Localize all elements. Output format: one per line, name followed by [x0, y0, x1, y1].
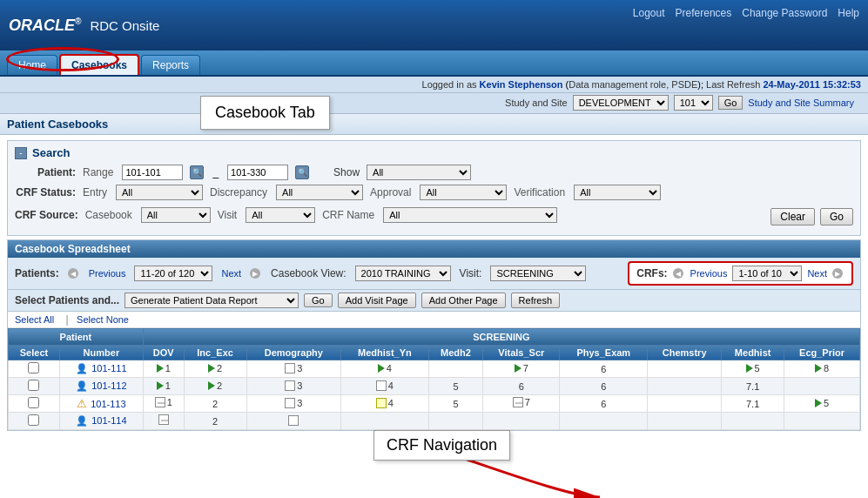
add-visit-page-button[interactable]: Add Visit Page: [338, 293, 416, 308]
help-link[interactable]: Help: [838, 7, 859, 19]
data-cell[interactable]: 6: [560, 360, 648, 378]
data-cell[interactable]: 5: [428, 395, 482, 413]
data-cell[interactable]: 2: [184, 360, 246, 378]
data-cell[interactable]: 7: [483, 360, 560, 378]
data-cell[interactable]: 5: [722, 360, 784, 378]
data-cell[interactable]: 4: [341, 378, 429, 395]
navbar: Home Casebooks Reports Casebook Tab: [0, 50, 868, 77]
data-cell[interactable]: 3: [246, 378, 341, 395]
tab-casebooks[interactable]: Casebooks: [59, 54, 139, 75]
patient-number-link[interactable]: 101-113: [91, 399, 125, 409]
site-select[interactable]: 101: [674, 95, 713, 111]
data-cell[interactable]: [341, 413, 429, 430]
visit-view-label: Visit:: [460, 267, 482, 279]
search-from-icon[interactable]: 🔍: [190, 165, 204, 179]
site-go-button[interactable]: Go: [718, 96, 744, 110]
data-cell[interactable]: [560, 413, 648, 430]
data-cell[interactable]: 5: [428, 378, 482, 395]
casebook-tab-tooltip: Casebook Tab: [200, 96, 330, 130]
data-cell[interactable]: [648, 413, 722, 430]
change-password-link[interactable]: Change Password: [742, 7, 827, 19]
data-cell[interactable]: 2: [184, 378, 246, 395]
action-go-button[interactable]: Go: [304, 293, 333, 307]
data-cell[interactable]: [648, 378, 722, 395]
row-checkbox[interactable]: [28, 380, 39, 391]
crf-next-button[interactable]: Next: [807, 268, 827, 279]
table-row: 👤101-114 2: [9, 413, 860, 430]
entry-select[interactable]: All: [116, 185, 203, 200]
data-cell[interactable]: 4: [341, 360, 429, 378]
casebook-select[interactable]: All: [141, 207, 211, 223]
data-cell[interactable]: 8: [784, 360, 860, 378]
data-cell[interactable]: 2: [184, 395, 246, 413]
data-cell[interactable]: [722, 413, 784, 430]
data-cell[interactable]: 2: [184, 413, 246, 430]
crf-name-select[interactable]: All: [383, 207, 557, 223]
data-cell[interactable]: [784, 378, 860, 395]
data-cell[interactable]: 3: [246, 360, 341, 378]
data-cell[interactable]: 6: [560, 395, 648, 413]
action-select[interactable]: Generate Patient Data Report: [124, 293, 299, 308]
patients-range-select[interactable]: 11-20 of 120: [134, 266, 212, 281]
verification-select[interactable]: All: [574, 185, 661, 200]
search-toggle-button[interactable]: -: [15, 147, 27, 159]
col-medhist-yn: Medhist_Yn: [341, 346, 429, 360]
data-cell[interactable]: [784, 413, 860, 430]
logout-link[interactable]: Logout: [633, 7, 665, 19]
visit-select[interactable]: All: [246, 207, 315, 223]
select-none-link[interactable]: Select None: [77, 314, 129, 325]
show-select[interactable]: All: [367, 165, 471, 180]
row-checkbox[interactable]: [28, 397, 39, 408]
range-label: Range: [83, 166, 113, 178]
visit-view-select[interactable]: SCREENING: [490, 266, 586, 281]
data-cell[interactable]: 7.1: [722, 378, 784, 395]
logo-area: ORACLE® RDC Onsite: [9, 17, 159, 35]
crf-range-select[interactable]: 1-10 of 10: [732, 266, 802, 281]
tab-home[interactable]: Home: [7, 55, 57, 75]
patient-range-to[interactable]: [227, 165, 288, 180]
patient-number-link[interactable]: 101-112: [91, 380, 126, 391]
data-cell[interactable]: [143, 413, 184, 430]
oracle-logo: ORACLE®: [9, 17, 81, 35]
data-cell[interactable]: 5: [784, 395, 860, 413]
casebook-view-select[interactable]: 2010 TRAINING: [355, 266, 451, 281]
preferences-link[interactable]: Preferences: [676, 7, 732, 19]
data-cell[interactable]: 1: [143, 378, 184, 395]
go-button[interactable]: Go: [820, 208, 853, 225]
clear-button[interactable]: Clear: [770, 208, 815, 225]
data-cell[interactable]: 7.1: [722, 395, 784, 413]
data-cell[interactable]: 7: [483, 395, 560, 413]
add-other-page-button[interactable]: Add Other Page: [421, 293, 506, 308]
data-cell[interactable]: 6: [483, 378, 560, 395]
site-summary-link[interactable]: Study and Site Summary: [748, 98, 861, 108]
data-cell[interactable]: [648, 395, 722, 413]
search-to-icon[interactable]: 🔍: [295, 165, 309, 179]
data-cell[interactable]: [483, 413, 560, 430]
patient-range-from[interactable]: [122, 165, 183, 180]
tab-reports[interactable]: Reports: [141, 55, 200, 75]
data-cell[interactable]: 4: [341, 395, 429, 413]
select-all-link[interactable]: Select All: [15, 314, 54, 325]
data-cell[interactable]: 6: [560, 378, 648, 395]
patients-next-button[interactable]: Next: [221, 268, 241, 279]
crf-source-label: CRF Source:: [15, 209, 78, 221]
col-ecg-prior: Ecg_Prior: [784, 346, 860, 360]
discrepancy-select[interactable]: All: [276, 185, 363, 200]
patient-number-link[interactable]: 101-111: [91, 363, 126, 374]
data-cell[interactable]: [648, 360, 722, 378]
refresh-button[interactable]: Refresh: [511, 293, 561, 308]
patient-number-link[interactable]: 101-114: [91, 415, 126, 426]
data-cell[interactable]: [246, 413, 341, 430]
row-checkbox[interactable]: [28, 362, 39, 374]
data-cell[interactable]: 3: [246, 395, 341, 413]
patients-prev-button[interactable]: Previous: [89, 268, 126, 279]
data-cell[interactable]: [428, 360, 482, 378]
approval-select[interactable]: All: [420, 185, 507, 200]
data-cell[interactable]: [428, 413, 482, 430]
crf-prev-circle-icon: ◀: [673, 268, 683, 279]
data-cell[interactable]: 1: [143, 395, 184, 413]
crf-prev-button[interactable]: Previous: [690, 268, 728, 279]
study-select[interactable]: DEVELOPMENT: [573, 95, 669, 111]
row-checkbox[interactable]: [28, 414, 39, 426]
data-cell[interactable]: 1: [143, 360, 184, 378]
